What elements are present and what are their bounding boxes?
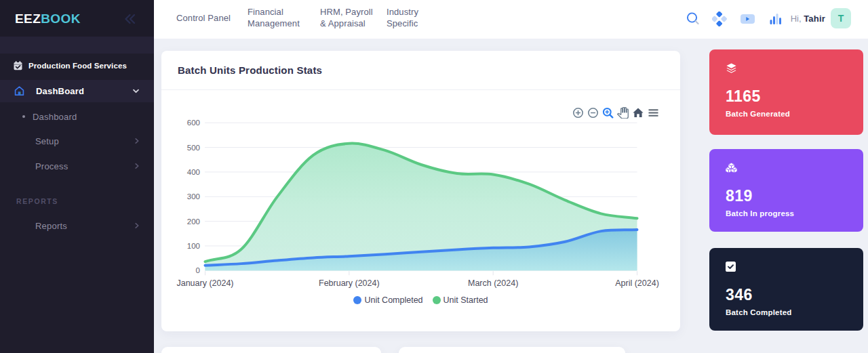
sidebar-item-label: DashBoard bbox=[36, 86, 84, 96]
chart-card-header: Batch Units Production Stats bbox=[161, 51, 680, 90]
chevron-down-icon bbox=[132, 87, 140, 95]
y-axis-label: 300 bbox=[187, 192, 200, 201]
apps-grid-icon[interactable] bbox=[712, 12, 727, 29]
cubes-icon bbox=[726, 163, 737, 176]
layers-icon bbox=[726, 63, 737, 77]
greeting-prefix: Hi, bbox=[791, 14, 802, 24]
sidebar-logo-strip: EEZBOOK bbox=[0, 0, 154, 37]
legend-label: Unit Completed bbox=[364, 295, 422, 305]
legend-item-unit-started[interactable]: Unit Started bbox=[433, 295, 488, 305]
sidebar-subitem-process[interactable]: Process bbox=[35, 159, 68, 173]
chevron-right-icon bbox=[134, 138, 140, 144]
bullet-icon bbox=[22, 115, 25, 118]
check-square-icon bbox=[726, 262, 736, 274]
sidebar-subitem-label: Dashboard bbox=[33, 112, 77, 122]
legend-item-unit-completed[interactable]: Unit Completed bbox=[353, 295, 422, 305]
nav-item-financial-management[interactable]: Financial Management bbox=[248, 7, 310, 29]
home-icon bbox=[14, 85, 25, 97]
chart-legend: Unit Completed Unit Started bbox=[161, 295, 680, 305]
stat-card-batch-generated[interactable]: 1165 Batch Generated bbox=[709, 49, 863, 135]
legend-marker-green bbox=[433, 296, 441, 304]
video-tutorial-icon[interactable] bbox=[741, 14, 755, 26]
y-axis-label: 400 bbox=[187, 168, 200, 176]
logo-part-eez: EEZ bbox=[15, 12, 41, 26]
top-navbar: Control Panel Financial Management HRM, … bbox=[154, 0, 868, 39]
logo-part-book: BOOK bbox=[41, 12, 81, 26]
sidebar-item-production-food-services[interactable]: Production Food Services bbox=[0, 55, 154, 77]
x-axis-label: March (2024) bbox=[468, 278, 518, 288]
sidebar-collapse-button[interactable] bbox=[123, 12, 138, 26]
bar-chart-icon[interactable] bbox=[770, 13, 782, 27]
sidebar-item-label: Production Food Services bbox=[28, 62, 127, 70]
sidebar-section-reports: REPORTS bbox=[16, 197, 58, 205]
y-axis-label: 500 bbox=[187, 144, 200, 152]
sidebar: EEZBOOK Production Food Services bbox=[0, 0, 154, 353]
stat-label: Batch In progress bbox=[726, 209, 794, 217]
stat-card-batch-completed[interactable]: 346 Batch Completed bbox=[709, 248, 863, 331]
search-icon[interactable] bbox=[684, 10, 701, 30]
legend-marker-blue bbox=[353, 296, 361, 304]
sidebar-subitem-setup[interactable]: Setup bbox=[35, 134, 59, 148]
stat-value: 819 bbox=[726, 187, 753, 205]
nav-item-industry-specific[interactable]: Industry Specific bbox=[387, 7, 441, 29]
area-chart[interactable]: 0100200300400500600January (2024)Februar… bbox=[161, 90, 680, 293]
stat-label: Batch Completed bbox=[726, 308, 792, 316]
user-avatar[interactable]: T bbox=[831, 8, 851, 28]
nav-item-control-panel[interactable]: Control Panel bbox=[176, 13, 231, 24]
y-axis-label: 0 bbox=[196, 266, 200, 274]
user-greeting: Hi, Tahir bbox=[791, 14, 825, 24]
sidebar-subitem-dashboard[interactable]: Dashboard bbox=[22, 110, 77, 123]
sidebar-top-band bbox=[0, 37, 154, 54]
nav-item-hrm-payroll[interactable]: HRM, Payroll & Appraisal bbox=[320, 7, 380, 29]
stat-value: 346 bbox=[726, 286, 753, 304]
sidebar-item-reports[interactable]: Reports bbox=[35, 219, 67, 232]
stat-card-batch-in-progress[interactable]: 819 Batch In progress bbox=[709, 149, 863, 232]
bottom-card-left bbox=[161, 347, 381, 353]
bottom-card-right bbox=[399, 347, 625, 353]
stat-value: 1165 bbox=[726, 87, 761, 106]
chevron-right-icon bbox=[134, 222, 140, 229]
x-axis-label: January (2024) bbox=[176, 278, 233, 288]
avatar-initial: T bbox=[838, 13, 844, 24]
y-axis-label: 600 bbox=[187, 119, 200, 127]
stat-label: Batch Generated bbox=[726, 110, 790, 118]
calendar-check-icon bbox=[14, 61, 22, 70]
chart-card: Batch Units Production Stats 01002003004… bbox=[161, 51, 680, 331]
legend-label: Unit Started bbox=[443, 295, 488, 305]
y-axis-label: 200 bbox=[187, 217, 200, 226]
username: Tahir bbox=[804, 14, 825, 24]
sidebar-subitem-label: Process bbox=[35, 161, 68, 171]
chart-title: Batch Units Production Stats bbox=[178, 64, 322, 76]
chevron-right-icon bbox=[134, 163, 140, 169]
x-axis-label: February (2024) bbox=[319, 278, 380, 288]
app-logo[interactable]: EEZBOOK bbox=[15, 12, 81, 26]
sidebar-subitem-label: Setup bbox=[35, 136, 59, 146]
sidebar-item-dashboard-group[interactable]: DashBoard bbox=[0, 80, 154, 102]
sidebar-item-label: Reports bbox=[35, 221, 67, 231]
x-axis-label: April (2024) bbox=[615, 278, 659, 288]
y-axis-label: 100 bbox=[187, 242, 200, 250]
chevrons-left-icon bbox=[123, 12, 138, 26]
